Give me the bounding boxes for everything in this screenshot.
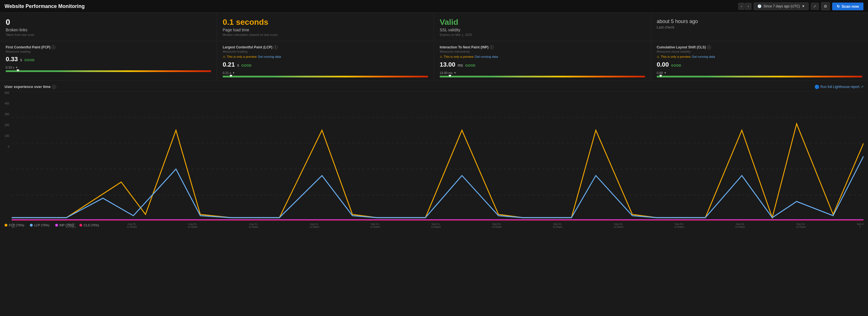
lcp-card: Largest Contentful Paint (LCP) i Measure… [217,41,434,80]
cls-info-icon[interactable]: i [707,45,711,49]
lcp-gauge-label: 0.21 s ▼ [223,71,428,75]
x-label-4: Aug 31, 12:00am [249,223,258,228]
x-axis-labels: 9, am Aug 29, 12:00pm Aug 30, 12:00am Au… [12,223,863,228]
x-label-8: Sep 02, 12:00am [492,223,502,228]
inp-preview-notice: ⚠ This is only a preview Get running dat… [440,55,645,59]
time-range-button[interactable]: 🕐 Since 7 days ago (UTC) ▼ [754,3,809,10]
lcp-subtitle: Measures loading [223,50,428,53]
chart-info-icon[interactable]: i [52,85,56,89]
x-label-10: Sep 03, 12:00am [614,223,623,228]
ssl-validity-value: Valid [440,17,645,27]
cls-preview-notice: ⚠ This is only a preview Get running dat… [657,55,862,59]
nav-forward-button[interactable]: › [745,3,751,10]
gear-icon: ⚙ [824,4,827,8]
page-load-card: 0.1 seconds Page load time Median calcul… [217,13,434,41]
lcp-info-icon[interactable]: i [274,45,278,49]
x-label-3: Aug 30, 12:00pm [188,223,198,228]
inp-warning-icon: ⚠ [440,55,442,59]
clock-icon: 🕐 [757,4,762,8]
broken-links-card: 0 Broken links Taken from last scan [0,13,217,41]
fcp-number: 0.33 [6,56,18,63]
y-label-400: 400 [5,102,9,105]
cls-title: Cumulative Layout Shift (CLS) i [657,45,862,49]
header-controls: ‹ › 🕐 Since 7 days ago (UTC) ▼ ⤢ ⚙ ↻ Sca… [738,2,863,10]
lcp-number: 0.21 [223,61,235,68]
x-label-6: Sep 01, 12:00am [370,223,380,228]
perf-metrics-row: First Contentful Paint (FCP) i Measures … [0,41,868,81]
top-metrics-row: 0 Broken links Taken from last scan 0.1 … [0,13,868,41]
x-label-11: Sep 03, 12:00pm [674,223,684,228]
inp-title: Interaction To Next Paint (INP) i [440,45,645,49]
fcp-gauge: 0.33 s ▼ [6,66,211,72]
inp-badge: GOOD [465,64,475,67]
cls-gauge: 0.00 ▼ [657,71,862,78]
inp-get-running-data-link[interactable]: Get running data [475,55,498,58]
y-label-300: 300 [5,113,9,116]
cls-subtitle: Measures visual stability [657,50,862,53]
inp-unit: ms [458,63,463,67]
lcp-gauge-marker-icon: ▼ [232,71,235,74]
cls-gauge-marker-icon: ▼ [664,71,666,74]
page-title: Website Performance Monitoring [5,3,85,9]
x-label-5: Aug 31, 12:00pm [309,223,319,228]
lcp-line [12,156,863,218]
scan-now-button[interactable]: ↻ Scan now [832,3,863,10]
cls-warning-icon: ⚠ [657,55,659,59]
cls-get-running-data-link[interactable]: Get running data [692,55,715,58]
lcp-unit: s [237,63,239,67]
expand-button[interactable]: ⤢ [811,3,819,10]
inp-gauge-pointer [448,75,451,77]
last-check-card: about 5 hours ago Last check [651,13,868,41]
fcp-badge: GOOD [25,58,35,62]
page-load-label: Page load time [223,28,428,32]
page-load-sublabel: Median calculation (based on last scan) [223,33,428,36]
cls-number: 0.00 [657,61,669,68]
fcp-gauge-label: 0.33 s ▼ [6,66,211,69]
cls-value: 0.00 GOOD [657,61,862,68]
y-label-0: 0 [5,145,9,148]
fcp-gauge-bar [6,70,211,72]
ssl-validity-sublabel: Expires on Mar 1, 2025 [440,33,645,36]
lcp-title: Largest Contentful Paint (LCP) i [223,45,428,49]
y-label-100: 100 [5,134,9,138]
legend-fcp-dot [5,224,7,227]
fcp-gauge-marker-icon: ▼ [16,66,18,69]
ssl-validity-card: Valid SSL validity Expires on Mar 1, 202… [434,13,651,41]
inp-info-icon[interactable]: i [490,45,494,49]
chart-header: User experience over time i 🔵 Run full L… [5,85,863,89]
broken-links-value: 0 [6,17,211,27]
time-range-label: Since 7 days ago (UTC) [763,4,800,8]
x-label-2: Aug 30, 12:00am [127,223,137,228]
fcp-info-icon[interactable]: i [52,45,56,49]
inp-gauge: 13.00 ms ▼ [440,71,645,78]
nav-back-button[interactable]: ‹ [738,3,745,10]
lighthouse-link-text: Run full Lighthouse report [820,85,860,89]
inp-value: 13.00 ms GOOD [440,61,645,68]
inp-card: Interaction To Next Paint (INP) i Measur… [434,41,651,80]
broken-links-label: Broken links [6,28,211,32]
chevron-down-icon: ▼ [801,4,805,8]
x-label-9: Sep 02, 12:00pm [553,223,563,228]
x-label-14: Sep 0 1 [857,223,863,228]
scan-icon: ↻ [837,4,840,8]
cls-card: Cumulative Layout Shift (CLS) i Measures… [651,41,868,80]
lighthouse-link[interactable]: 🔵 Run full Lighthouse report ↗ [814,85,863,89]
lcp-gauge-pointer [229,75,232,77]
fcp-subtitle: Measures loading [6,50,211,53]
header-bar: Website Performance Monitoring ‹ › 🕐 Sin… [0,0,868,13]
inp-gauge-label: 13.00 ms ▼ [440,71,645,75]
scan-now-label: Scan now [842,4,859,8]
lcp-gauge-bar [223,76,428,78]
inp-gauge-marker-icon: ▼ [454,71,456,74]
fcp-gauge-pointer [17,69,19,72]
fcp-title: First Contentful Paint (FCP) i [6,45,211,49]
y-label-200: 200 [5,123,9,127]
cls-gauge-bar [657,76,862,78]
chart-wrapper: 500 400 300 200 100 0 [5,91,863,221]
settings-button[interactable]: ⚙ [821,2,830,10]
cls-gauge-label: 0.00 ▼ [657,71,862,75]
cls-badge: GOOD [671,64,681,67]
x-label-7: Sep 01, 12:00pm [431,223,441,228]
lcp-get-running-data-link[interactable]: Get running data [258,55,281,58]
lcp-gauge: 0.21 s ▼ [223,71,428,78]
